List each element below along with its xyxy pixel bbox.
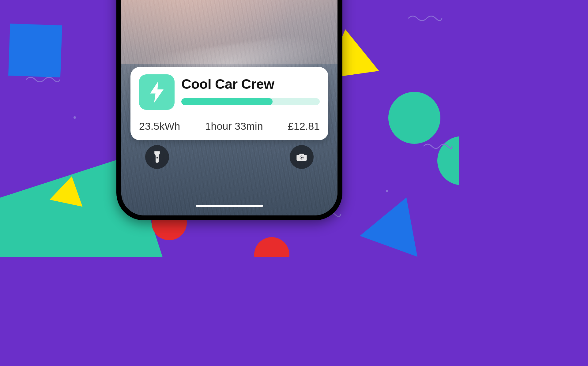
stat-duration: 1hour 33min <box>205 120 263 132</box>
decor-blue-square <box>8 24 62 77</box>
phone-screen: Cool Car Crew 23.5kWh 1hour 33min £12.81 <box>121 0 337 215</box>
stat-energy: 23.5kWh <box>139 120 180 132</box>
widget-title: Cool Car Crew <box>181 76 320 92</box>
decor-blue-triangle <box>360 187 435 257</box>
flashlight-button[interactable] <box>145 145 169 169</box>
home-indicator[interactable] <box>196 205 263 207</box>
svg-rect-0 <box>156 157 158 159</box>
flashlight-icon <box>153 151 162 163</box>
camera-button[interactable] <box>290 145 314 169</box>
stat-cost: £12.81 <box>288 120 320 132</box>
decor-green-circle <box>388 92 440 144</box>
camera-icon <box>296 152 307 162</box>
decor-red-circle <box>254 237 289 257</box>
bolt-icon <box>149 81 165 103</box>
charging-widget[interactable]: Cool Car Crew 23.5kWh 1hour 33min £12.81 <box>130 67 328 140</box>
progress-fill <box>181 98 273 105</box>
phone-frame: Cool Car Crew 23.5kWh 1hour 33min £12.81 <box>116 0 342 220</box>
app-icon <box>139 74 175 110</box>
progress-bar <box>181 98 320 105</box>
